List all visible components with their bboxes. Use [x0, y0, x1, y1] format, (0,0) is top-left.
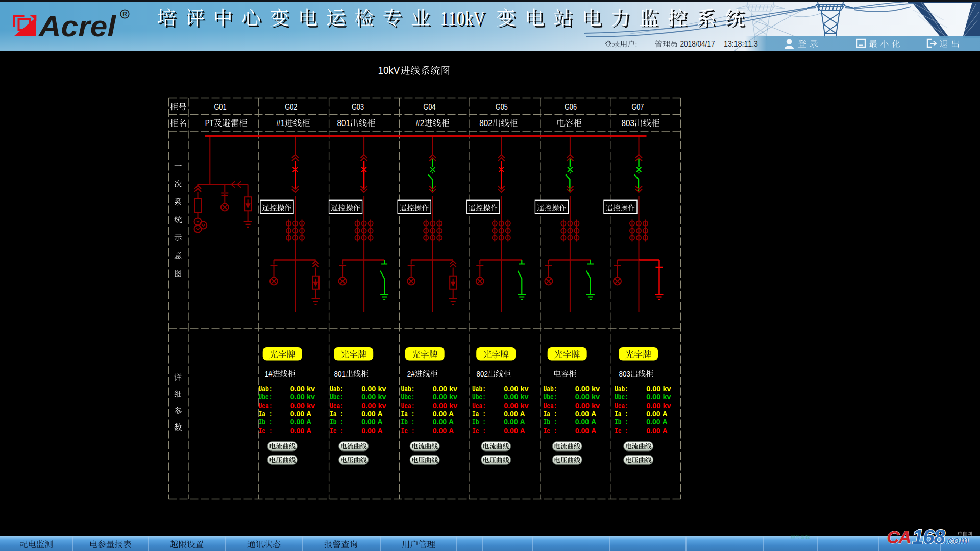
svg-text:Ib :: Ib :	[330, 418, 344, 427]
svg-text:G05: G05	[496, 103, 508, 111]
svg-text:0.00 kv: 0.00 kv	[433, 393, 457, 401]
svg-text:#1: #1	[276, 118, 285, 128]
svg-text:Ib :: Ib :	[543, 418, 557, 427]
svg-text:803: 803	[622, 118, 635, 128]
svg-text:0.00 kv: 0.00 kv	[504, 385, 528, 393]
svg-text:#2: #2	[415, 118, 424, 128]
svg-text:Uca:: Uca:	[615, 402, 628, 410]
svg-text:2018/04/17: 2018/04/17	[680, 40, 715, 48]
svg-text:0.00 kv: 0.00 kv	[361, 393, 386, 401]
svg-text:Uca:: Uca:	[401, 402, 414, 410]
svg-text:Ic :: Ic :	[472, 427, 486, 435]
svg-text:Uca:: Uca:	[258, 402, 272, 410]
svg-text:168: 168	[912, 525, 945, 548]
svg-text:0.00 kv: 0.00 kv	[290, 393, 315, 401]
svg-text:0.00 kv: 0.00 kv	[646, 402, 671, 410]
svg-text:Ubc:: Ubc:	[401, 393, 414, 402]
svg-text:0.00 A: 0.00 A	[504, 410, 525, 418]
svg-text:Ubc:: Ubc:	[472, 393, 486, 402]
svg-text:0.00 kv: 0.00 kv	[290, 402, 315, 410]
svg-text:Ia :: Ia :	[615, 410, 628, 418]
svg-text:0.00 kv: 0.00 kv	[646, 393, 671, 401]
svg-text:0.00 kv: 0.00 kv	[433, 385, 457, 393]
svg-text:0.00 A: 0.00 A	[361, 410, 383, 418]
svg-text:0.00 A: 0.00 A	[361, 418, 383, 426]
svg-text:Uab:: Uab:	[615, 385, 628, 393]
svg-text:Ubc:: Ubc:	[258, 393, 272, 402]
svg-text:0.00 A: 0.00 A	[504, 418, 525, 426]
svg-text:0.00 A: 0.00 A	[433, 418, 454, 426]
svg-text:Ic :: Ic :	[330, 427, 344, 435]
svg-text:Ic :: Ic :	[258, 427, 272, 435]
svg-text:Uab:: Uab:	[401, 385, 414, 393]
svg-text:1#: 1#	[265, 369, 273, 378]
svg-text:Ia :: Ia :	[258, 410, 272, 418]
svg-text:0.00 kv: 0.00 kv	[290, 385, 315, 393]
svg-text:Ia :: Ia :	[543, 410, 557, 418]
svg-text:0.00 A: 0.00 A	[290, 410, 312, 418]
svg-text:Ubc:: Ubc:	[330, 393, 344, 402]
svg-text:Ia :: Ia :	[401, 410, 414, 418]
svg-text:0.00 A: 0.00 A	[433, 410, 454, 418]
svg-text:802: 802	[477, 369, 488, 378]
svg-text:0.00 A: 0.00 A	[575, 427, 597, 435]
svg-text:0.00 A: 0.00 A	[575, 418, 597, 426]
svg-text:Ubc:: Ubc:	[543, 393, 557, 402]
svg-text:802: 802	[479, 118, 493, 128]
svg-text:CA: CA	[887, 527, 911, 547]
svg-text:Ubc:: Ubc:	[615, 393, 628, 402]
svg-text:Ib :: Ib :	[472, 418, 486, 427]
svg-text:Ia :: Ia :	[472, 410, 486, 418]
svg-text:0.00 A: 0.00 A	[646, 427, 668, 435]
svg-text:Uab:: Uab:	[258, 385, 272, 393]
svg-text:13:18:11.3: 13:18:11.3	[724, 40, 758, 48]
svg-text:Ib :: Ib :	[615, 418, 628, 427]
svg-text:0.00 kv: 0.00 kv	[504, 402, 528, 410]
svg-text:G03: G03	[352, 103, 364, 111]
svg-text:0.00 A: 0.00 A	[290, 418, 312, 426]
svg-text:Ib :: Ib :	[258, 418, 272, 427]
svg-text:0.00 kv: 0.00 kv	[361, 385, 386, 393]
svg-text:Uca:: Uca:	[543, 402, 557, 410]
svg-text:Uab:: Uab:	[543, 385, 557, 393]
svg-text:G01: G01	[214, 103, 227, 111]
svg-text:Uab:: Uab:	[472, 385, 486, 393]
svg-text:.com: .com	[945, 535, 969, 546]
svg-text:801: 801	[337, 118, 351, 128]
svg-text:PT: PT	[205, 118, 214, 128]
svg-text:0.00 kv: 0.00 kv	[433, 402, 457, 410]
svg-text:0.00 kv: 0.00 kv	[504, 393, 528, 401]
svg-text:Ic :: Ic :	[615, 427, 628, 435]
svg-text:2#: 2#	[407, 369, 415, 378]
svg-text:0.00 kv: 0.00 kv	[361, 402, 386, 410]
svg-text:G02: G02	[285, 103, 297, 111]
svg-text:0.00 A: 0.00 A	[290, 427, 312, 435]
svg-text:110kV: 110kV	[440, 7, 485, 29]
svg-text:Acrel: Acrel	[38, 10, 116, 42]
svg-text:G06: G06	[565, 103, 577, 111]
svg-text:0.00 kv: 0.00 kv	[575, 393, 600, 401]
svg-text:Uab:: Uab:	[330, 385, 344, 393]
svg-text:Ic :: Ic :	[401, 427, 414, 435]
svg-text:0.00 A: 0.00 A	[646, 410, 668, 418]
svg-text:0.00 A: 0.00 A	[361, 427, 383, 435]
svg-text:Uca:: Uca:	[330, 402, 344, 410]
svg-text:Uca:: Uca:	[472, 402, 486, 410]
svg-text:0.00 A: 0.00 A	[504, 427, 525, 435]
svg-text:Ib :: Ib :	[401, 418, 414, 427]
svg-text:0.00 kv: 0.00 kv	[646, 385, 671, 393]
svg-text:0.00 kv: 0.00 kv	[575, 385, 600, 393]
svg-text:G04: G04	[424, 103, 436, 111]
svg-text:Ic :: Ic :	[543, 427, 557, 435]
svg-text:0.00 A: 0.00 A	[646, 418, 668, 426]
svg-text:0.00 A: 0.00 A	[575, 410, 597, 418]
svg-text:0.00 A: 0.00 A	[433, 427, 454, 435]
svg-text:0.00 kv: 0.00 kv	[575, 402, 600, 410]
svg-text:R: R	[122, 11, 127, 18]
svg-text:803: 803	[619, 369, 631, 378]
svg-text:801: 801	[334, 369, 346, 378]
svg-text:10kV: 10kV	[378, 65, 400, 76]
svg-text:G07: G07	[631, 103, 644, 111]
svg-text:Ia :: Ia :	[330, 410, 344, 418]
